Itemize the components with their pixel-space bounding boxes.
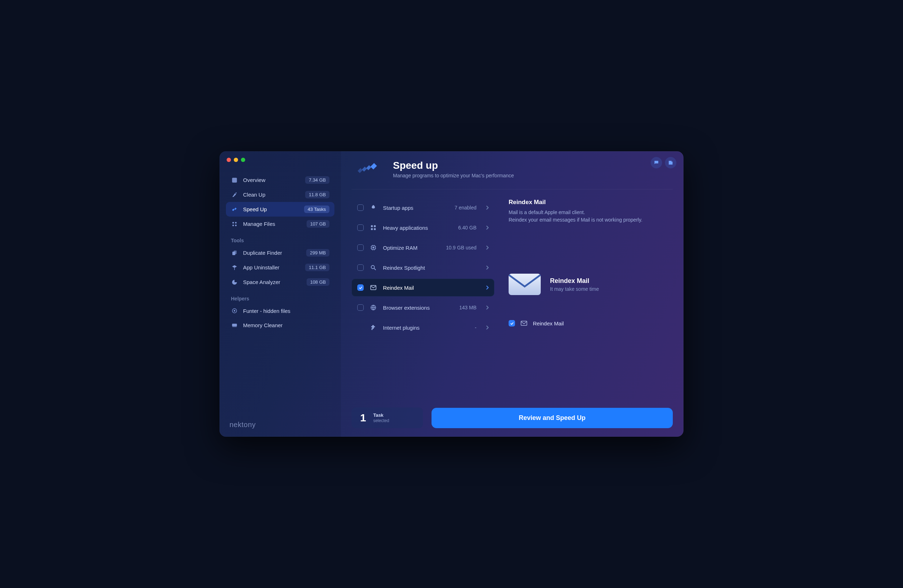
chat-icon[interactable]	[651, 157, 662, 168]
detail-task-row[interactable]: Reindex Mail	[509, 320, 669, 327]
plugin-icon	[370, 324, 377, 332]
task-checkbox[interactable]	[357, 285, 364, 291]
chevron-right-icon	[486, 325, 489, 330]
duplicate-icon	[231, 249, 238, 256]
chip-icon	[370, 244, 377, 252]
mail-icon	[509, 274, 541, 295]
task-label: Reindex Spotlight	[383, 265, 425, 271]
review-and-speed-up-button[interactable]: Review and Speed Up	[431, 408, 673, 428]
task-row-internet-plugins[interactable]: Internet plugins-	[352, 319, 494, 336]
sidebar-item-label: Funter - hidden files	[243, 308, 291, 314]
detail-task-label: Reindex Mail	[533, 321, 564, 327]
sidebar-item-label: Speed Up	[243, 206, 267, 212]
detail-task-checkbox[interactable]	[509, 320, 515, 327]
grid-icon	[370, 224, 377, 231]
sidebar-item-label: Overview	[243, 177, 266, 183]
detail-hero-note: It may take some time	[550, 286, 599, 292]
selection-counter: 1 Task selected	[352, 407, 423, 428]
cleanup-icon	[231, 191, 238, 198]
svg-point-9	[234, 310, 236, 312]
funter-icon	[231, 307, 238, 314]
task-checkbox[interactable]	[357, 244, 364, 251]
detail-hero-title: Reindex Mail	[550, 277, 599, 285]
chevron-right-icon	[486, 245, 489, 250]
task-row-browser-extensions[interactable]: Browser extensions143 MB	[352, 299, 494, 316]
footer: 1 Task selected Review and Speed Up	[352, 400, 673, 428]
sidebar-item-manage-files[interactable]: Manage Files107 GB	[226, 217, 334, 231]
task-row-reindex-spotlight[interactable]: Reindex Spotlight	[352, 259, 494, 277]
sidebar-item-clean-up[interactable]: Clean Up11.8 GB	[226, 187, 334, 202]
svg-rect-14	[374, 228, 376, 230]
task-checkbox[interactable]	[357, 204, 364, 211]
svg-point-1	[236, 192, 237, 193]
task-label: Optimize RAM	[383, 245, 418, 251]
svg-point-4	[232, 225, 234, 226]
svg-point-17	[371, 266, 374, 269]
svg-rect-20	[521, 321, 527, 325]
sidebar-item-label: Manage Files	[243, 221, 275, 227]
chevron-right-icon	[486, 266, 489, 270]
sidebar-item-memory-cleaner[interactable]: Memory Cleaner	[226, 318, 334, 332]
task-row-optimize-ram[interactable]: Optimize RAM10.9 GB used	[352, 239, 494, 256]
selection-count: 1	[360, 412, 366, 424]
sidebar-item-label: Duplicate Finder	[243, 250, 282, 256]
sidebar-item-badge: 11.8 GB	[305, 191, 329, 198]
mail-icon	[370, 284, 377, 291]
detail-panel: Reindex Mail Mail is a default Apple ema…	[498, 199, 673, 400]
zoom-window-button[interactable]	[241, 158, 245, 162]
svg-rect-10	[232, 324, 237, 327]
close-window-button[interactable]	[227, 158, 231, 162]
task-checkbox[interactable]	[357, 264, 364, 271]
task-row-heavy-applications[interactable]: Heavy applications6.40 GB	[352, 219, 494, 237]
svg-rect-13	[371, 228, 373, 230]
speedup-icon	[231, 206, 238, 213]
task-list: Startup apps7 enabledHeavy applications6…	[352, 199, 494, 400]
task-row-reindex-mail[interactable]: Reindex Mail	[352, 279, 494, 297]
page-title: Speed up	[393, 160, 514, 171]
sidebar-item-label: App Uninstaller	[243, 264, 280, 270]
window-controls	[227, 158, 245, 162]
sidebar-item-badge: 299 MB	[306, 249, 329, 256]
task-label: Reindex Mail	[383, 285, 414, 291]
task-value: -	[475, 325, 477, 330]
news-icon[interactable]	[665, 157, 676, 168]
app-window: Overview7.34 GBClean Up11.8 GBSpeed Up43…	[220, 151, 683, 437]
sidebar: Overview7.34 GBClean Up11.8 GBSpeed Up43…	[220, 151, 341, 437]
task-row-startup-apps[interactable]: Startup apps7 enabled	[352, 199, 494, 217]
task-checkbox[interactable]	[357, 304, 364, 311]
task-value: 7 enabled	[455, 205, 477, 211]
rocket-icon	[370, 204, 377, 212]
sidebar-item-label: Memory Cleaner	[243, 322, 283, 328]
task-label: Startup apps	[383, 205, 413, 211]
sidebar-item-badge: 7.34 GB	[305, 176, 329, 184]
sidebar-item-space-analyzer[interactable]: Space Analyzer108 GB	[226, 275, 334, 289]
svg-rect-0	[232, 178, 237, 183]
sidebar-item-speed-up[interactable]: Speed Up43 Tasks	[226, 202, 334, 217]
sidebar-item-overview[interactable]: Overview7.34 GB	[226, 173, 334, 187]
sidebar-item-duplicate-finder[interactable]: Duplicate Finder299 MB	[226, 245, 334, 260]
task-label: Heavy applications	[383, 225, 428, 231]
sidebar-item-badge: 107 GB	[307, 220, 329, 228]
page-header: Speed up Manage programs to optimize you…	[352, 159, 673, 189]
task-checkbox[interactable]	[357, 225, 364, 231]
detail-title: Reindex Mail	[509, 199, 669, 206]
sidebar-item-app-uninstaller[interactable]: App Uninstaller11.1 GB	[226, 260, 334, 275]
selection-count-label: Task	[373, 412, 389, 418]
detail-description: Mail is a default Apple email client. Re…	[509, 209, 665, 224]
svg-rect-12	[374, 225, 376, 227]
task-value: 143 MB	[459, 305, 477, 310]
task-label: Internet plugins	[383, 325, 420, 331]
sidebar-item-funter-hidden-files[interactable]: Funter - hidden files	[226, 303, 334, 318]
task-label: Browser extensions	[383, 305, 430, 311]
globe-icon	[370, 303, 377, 311]
manage-icon	[231, 220, 238, 228]
header-actions	[651, 157, 676, 168]
minimize-window-button[interactable]	[234, 158, 238, 162]
memory-icon	[231, 321, 238, 329]
chevron-right-icon	[486, 285, 489, 290]
brand-logo: nektony	[230, 421, 256, 429]
chevron-right-icon	[486, 206, 489, 210]
svg-rect-16	[373, 247, 374, 249]
selection-count-sub: selected	[373, 418, 389, 423]
sidebar-item-badge: 43 Tasks	[304, 206, 329, 213]
